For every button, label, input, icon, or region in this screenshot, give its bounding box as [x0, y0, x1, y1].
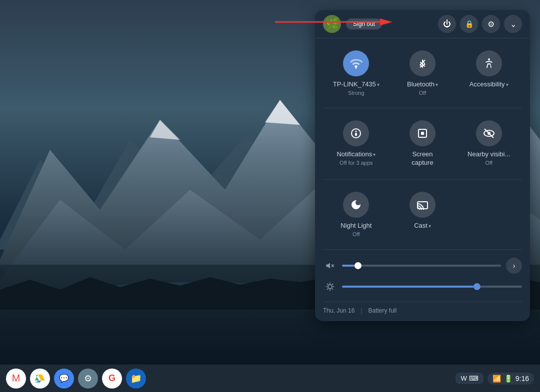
settings-icon: ⚙	[84, 373, 92, 384]
night-light-label: Night Light	[340, 222, 372, 230]
nearby-label: Nearby visibi...	[468, 150, 510, 159]
accessibility-icon	[483, 57, 495, 69]
input-method-icon2: ⌨	[469, 375, 478, 382]
svg-line-41	[332, 284, 333, 285]
screen-capture-label: Screencapture	[412, 150, 433, 167]
input-method-icon: W	[460, 375, 466, 382]
wifi-tray-icon: 📶	[492, 375, 501, 383]
svg-rect-22	[355, 131, 357, 132]
mute-icon	[325, 261, 335, 271]
separator: |	[360, 307, 362, 314]
nearby-label-row: Nearby visibi...	[468, 150, 510, 159]
expand-button[interactable]: ⌄	[504, 15, 522, 33]
sliders-section: ›	[315, 250, 530, 302]
drive-icon	[34, 374, 46, 384]
google-icon: G	[108, 373, 116, 384]
svg-rect-29	[418, 202, 428, 209]
night-light-toggle[interactable]: Night Light Off	[323, 186, 390, 243]
taskbar-app-files[interactable]: 📁	[126, 369, 146, 389]
chevron-down-icon: ⌄	[510, 19, 516, 29]
sun-icon	[325, 282, 335, 292]
toggle-empty-cell	[456, 186, 522, 243]
docs-icon: 💬	[59, 374, 69, 383]
toggle-grid-row3: Night Light Off Cast ▾	[315, 180, 530, 249]
brightness-fill	[342, 286, 477, 288]
screen-capture-icon	[416, 127, 428, 139]
lock-button[interactable]: 🔒	[460, 15, 478, 33]
night-light-sublabel: Off	[352, 231, 360, 237]
settings-button[interactable]: ⚙	[482, 15, 500, 33]
brightness-slider-row	[323, 277, 522, 297]
accessibility-toggle-circle	[476, 50, 502, 76]
taskbar-apps: M 💬 ⚙ G 📁	[6, 369, 456, 389]
cast-dropdown-icon: ▾	[428, 223, 431, 229]
power-icon: ⏻	[443, 19, 451, 28]
nearby-visibility-icon	[483, 127, 495, 139]
gmail-icon: M	[12, 373, 20, 384]
battery-status: Battery full	[368, 307, 397, 314]
accessibility-label-row: Accessibility ▾	[470, 80, 508, 89]
wifi-sublabel: Strong	[348, 90, 364, 96]
gear-icon: ⚙	[488, 19, 494, 29]
taskbar-app-settings[interactable]: ⚙	[78, 369, 98, 389]
bluetooth-toggle[interactable]: Bluetooth ▾ Off	[390, 44, 456, 102]
svg-marker-13	[38, 375, 45, 381]
svg-marker-14	[35, 375, 39, 381]
taskbar-app-google[interactable]: G	[102, 369, 122, 389]
notifications-sublabel: Off for 3 apps	[340, 160, 372, 166]
night-light-toggle-circle	[343, 192, 369, 218]
night-light-label-row: Night Light	[340, 222, 372, 230]
nearby-toggle[interactable]: Nearby visibi... Off	[456, 114, 522, 173]
bluetooth-label-row: Bluetooth ▾	[407, 80, 438, 89]
taskbar-input-method[interactable]: W ⌨	[456, 373, 483, 384]
power-button[interactable]: ⏻	[438, 15, 456, 33]
brightness-thumb	[474, 283, 480, 290]
date-display: Thu, Jun 16	[323, 307, 354, 314]
notifications-toggle[interactable]: Notifications ▾ Off for 3 apps	[323, 114, 390, 173]
bluetooth-dropdown-icon: ▾	[436, 82, 438, 87]
quick-settings-panel: 🌿 Sign out ⏻ 🔒 ⚙ ⌄	[315, 10, 530, 321]
taskbar-app-drive[interactable]	[30, 369, 50, 389]
notifications-label-row: Notifications ▾	[336, 150, 376, 159]
wifi-dropdown-icon: ▾	[377, 82, 380, 87]
taskbar-app-docs[interactable]: 💬	[54, 369, 74, 389]
red-arrow-svg	[275, 16, 395, 28]
svg-point-33	[328, 284, 332, 288]
svg-rect-23	[355, 133, 357, 136]
volume-icon	[323, 259, 337, 273]
lock-icon: 🔒	[465, 20, 474, 28]
svg-line-38	[327, 284, 328, 285]
bluetooth-sublabel: Off	[419, 90, 426, 96]
svg-rect-25	[421, 132, 424, 135]
notifications-toggle-circle	[343, 120, 369, 146]
wifi-toggle[interactable]: TP-LINK_7435 ▾ Strong	[323, 44, 390, 102]
cast-icon	[416, 199, 428, 211]
bluetooth-icon	[417, 57, 428, 70]
files-icon: 📁	[130, 373, 142, 384]
volume-expand-button[interactable]: ›	[506, 258, 522, 274]
toggle-grid-row1: TP-LINK_7435 ▾ Strong Bluetooth ▾ Off	[315, 38, 530, 108]
screen-capture-toggle[interactable]: Screencapture	[390, 114, 456, 173]
brightness-track[interactable]	[342, 286, 522, 288]
accessibility-label: Accessibility	[470, 80, 505, 89]
cast-toggle[interactable]: Cast ▾	[390, 186, 456, 243]
system-tray[interactable]: 📶 🔋 9:16	[488, 373, 534, 385]
night-light-icon	[350, 199, 362, 211]
accessibility-toggle[interactable]: Accessibility ▾	[456, 44, 522, 102]
taskbar: M 💬 ⚙ G 📁 W	[0, 365, 540, 392]
red-arrow-annotation	[275, 16, 395, 28]
svg-line-40	[327, 289, 328, 290]
wifi-label: TP-LINK_7435	[333, 80, 376, 89]
nearby-sublabel: Off	[485, 160, 492, 166]
screen-capture-toggle-circle	[410, 120, 436, 146]
volume-slider-row: ›	[323, 255, 522, 277]
volume-track[interactable]	[342, 265, 501, 267]
nearby-toggle-circle	[476, 120, 502, 146]
wifi-toggle-circle	[343, 50, 369, 76]
clock: 9:16	[516, 375, 529, 383]
brightness-icon	[323, 280, 337, 294]
wifi-icon	[350, 57, 362, 70]
accessibility-dropdown-icon: ▾	[506, 82, 508, 87]
taskbar-app-gmail[interactable]: M	[6, 369, 26, 389]
notifications-label: Notifications	[336, 150, 372, 159]
